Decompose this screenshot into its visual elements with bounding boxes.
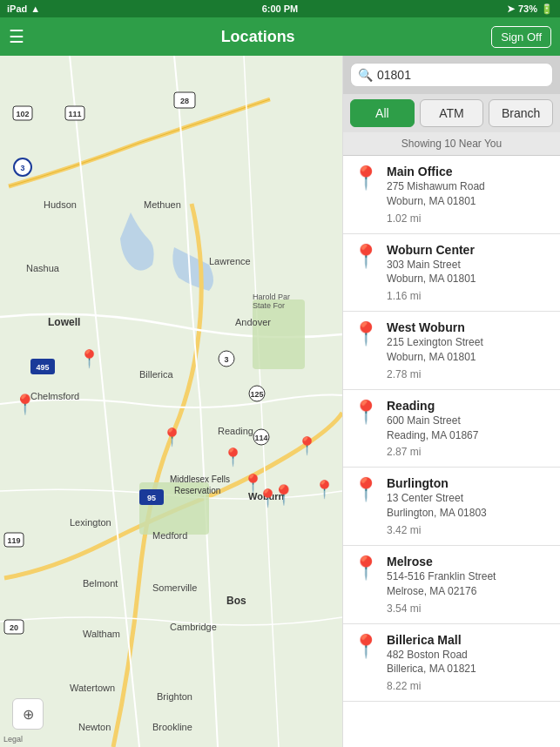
legal-label: Legal [3, 735, 23, 744]
location-distance: 2.87 mi [387, 446, 551, 458]
time-label: 6:00 PM [262, 3, 299, 14]
map-pin-icon: 📍 [352, 478, 380, 501]
svg-text:Lowell: Lowell [48, 316, 80, 328]
svg-text:Newton: Newton [78, 722, 111, 732]
list-item[interactable]: 📍 Billerica Mall 482 Boston RoadBilleric… [343, 624, 560, 703]
filter-atm-button[interactable]: ATM [420, 99, 484, 127]
location-address: 514-516 Franklin StreetMelrose, MA 02176 [387, 569, 551, 599]
location-address: 275 Mishawum RoadWoburn, MA 01801 [387, 179, 551, 209]
filter-all-button[interactable]: All [350, 99, 415, 127]
location-info: Main Office 275 Mishawum RoadWoburn, MA … [387, 165, 551, 225]
location-info: Melrose 514-516 Franklin StreetMelrose, … [387, 555, 551, 615]
list-item[interactable]: 📍 Woburn Center 303 Main StreetWoburn, M… [343, 234, 560, 313]
compass-button[interactable]: ⊕ [12, 698, 44, 730]
svg-text:Harold Par: Harold Par [253, 293, 290, 301]
svg-text:📍: 📍 [272, 483, 296, 507]
svg-text:📍: 📍 [314, 479, 335, 500]
svg-text:Nashua: Nashua [26, 263, 60, 273]
svg-text:111: 111 [68, 110, 81, 118]
svg-text:Somerville: Somerville [152, 582, 197, 593]
location-name: Main Office [387, 165, 551, 178]
list-item[interactable]: 📍 Melrose 514-516 Franklin StreetMelrose… [343, 546, 560, 624]
svg-text:Brighton: Brighton [157, 691, 192, 702]
nav-bar: ☰ Locations Sign Off [0, 17, 560, 56]
location-name: West Woburn [387, 320, 551, 334]
location-info: Burlington 13 Center StreetBurlington, M… [387, 476, 551, 536]
location-name: Melrose [387, 555, 551, 569]
status-right: ➤ 73% 🔋 [507, 3, 553, 15]
svg-text:3: 3 [20, 164, 24, 172]
carrier-label: iPad [7, 3, 27, 14]
location-name: Reading [387, 399, 551, 413]
map-pin-icon: 📍 [352, 635, 380, 657]
map-pin-icon: 📍 [352, 556, 380, 579]
wifi-icon: ▲ [30, 3, 40, 14]
location-info: Billerica Mall 482 Boston RoadBillerica,… [387, 633, 551, 693]
location-distance: 1.16 mi [387, 290, 551, 302]
location-distance: 8.22 mi [387, 680, 551, 692]
filter-bar: All ATM Branch [343, 94, 560, 132]
svg-text:495: 495 [36, 363, 49, 372]
status-bar: iPad ▲ 6:00 PM ➤ 73% 🔋 [0, 0, 560, 17]
svg-text:Belmont: Belmont [83, 578, 118, 589]
svg-text:Reading: Reading [218, 426, 253, 436]
svg-text:3: 3 [224, 355, 228, 364]
svg-text:📍: 📍 [13, 393, 37, 416]
svg-text:Waltham: Waltham [83, 629, 120, 639]
location-name: Burlington [387, 476, 551, 490]
page-title: Locations [221, 28, 295, 46]
main-content: 102 111 28 3 495 95 119 20 Hudson Nashua… [0, 56, 560, 747]
svg-text:95: 95 [147, 494, 156, 502]
status-left: iPad ▲ [7, 3, 40, 14]
map-pin-icon: 📍 [352, 400, 380, 423]
filter-branch-button[interactable]: Branch [489, 99, 553, 127]
svg-text:Lexington: Lexington [70, 517, 111, 528]
location-distance: 3.54 mi [387, 602, 551, 615]
list-item[interactable]: 📍 Burlington 13 Center StreetBurlington,… [343, 468, 560, 546]
svg-text:102: 102 [16, 110, 29, 118]
svg-rect-0 [0, 56, 342, 747]
svg-text:28: 28 [180, 97, 189, 105]
map-area[interactable]: 102 111 28 3 495 95 119 20 Hudson Nashua… [0, 56, 342, 747]
location-icon: ➤ [507, 3, 515, 15]
location-info: Reading 600 Main StreetReading, MA 01867… [387, 399, 551, 459]
sign-off-button[interactable]: Sign Off [491, 26, 551, 48]
svg-text:114: 114 [254, 434, 267, 442]
location-distance: 1.02 mi [387, 212, 551, 225]
location-name: Billerica Mall [387, 633, 551, 647]
location-name: Woburn Center [387, 243, 551, 257]
svg-text:📍: 📍 [161, 427, 183, 448]
location-address: 215 Lexington StreetWoburn, MA 01801 [387, 335, 551, 365]
search-icon: 🔍 [358, 68, 373, 82]
svg-text:119: 119 [7, 536, 20, 545]
location-address: 13 Center StreetBurlington, MA 01803 [387, 491, 551, 521]
svg-text:Methuen: Methuen [144, 199, 181, 210]
compass-icon: ⊕ [23, 706, 34, 723]
location-info: West Woburn 215 Lexington StreetWoburn, … [387, 320, 551, 380]
svg-text:Brookline: Brookline [152, 722, 192, 732]
list-item[interactable]: 📍 Main Office 275 Mishawum RoadWoburn, M… [343, 156, 560, 234]
svg-text:Watertown: Watertown [70, 683, 115, 693]
location-address: 303 Main StreetWoburn, MA 01801 [387, 258, 551, 287]
search-input[interactable] [377, 68, 545, 82]
right-panel: 🔍 All ATM Branch Showing 10 Near You 📍 M… [342, 56, 560, 747]
search-bar: 🔍 [343, 56, 560, 94]
location-address: 600 Main StreetReading, MA 01867 [387, 414, 551, 443]
svg-text:Bos: Bos [226, 595, 246, 607]
svg-text:Cambridge: Cambridge [170, 622, 217, 632]
list-item[interactable]: 📍 Reading 600 Main StreetReading, MA 018… [343, 390, 560, 468]
showing-label: Showing 10 Near You [343, 132, 560, 156]
svg-text:State For: State For [253, 301, 285, 310]
svg-text:Middlesex Fells: Middlesex Fells [170, 474, 230, 484]
svg-text:📍: 📍 [78, 348, 100, 369]
list-item[interactable]: 📍 West Woburn 215 Lexington StreetWoburn… [343, 312, 560, 390]
svg-text:Medford: Medford [152, 530, 187, 541]
svg-text:20: 20 [10, 623, 18, 632]
location-list: 📍 Main Office 275 Mishawum RoadWoburn, M… [343, 156, 560, 747]
svg-text:125: 125 [250, 390, 263, 399]
svg-text:Reservation: Reservation [174, 486, 220, 495]
location-distance: 2.78 mi [387, 368, 551, 380]
svg-text:📍: 📍 [296, 435, 318, 456]
menu-icon[interactable]: ☰ [9, 26, 24, 47]
map-pin-icon: 📍 [352, 322, 380, 345]
